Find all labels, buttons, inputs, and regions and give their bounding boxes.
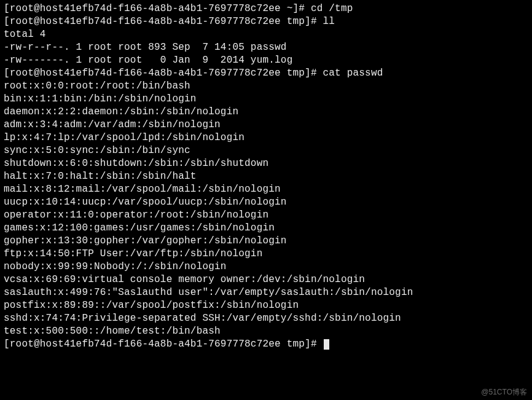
cursor-icon — [324, 339, 329, 350]
passwd-line: sync:x:5:0:sync:/sbin:/bin/sync — [4, 145, 190, 156]
passwd-line: root:x:0:0:root:/root:/bin/bash — [4, 80, 190, 92]
passwd-line: gopher:x:13:30:gopher:/var/gopher:/sbin/… — [4, 235, 287, 246]
watermark-text: @51CTO博客 — [481, 387, 527, 398]
passwd-line: lp:x:4:7:lp:/var/spool/lpd:/sbin/nologin — [4, 132, 244, 143]
typed-command: cat passwd — [323, 68, 383, 79]
passwd-line: daemon:x:2:2:daemon:/sbin:/sbin/nologin — [4, 106, 238, 117]
terminal-window[interactable]: [root@host41efb74d-f166-4a8b-a4b1-769777… — [0, 0, 532, 353]
output-line: total 4 — [4, 29, 46, 40]
passwd-line: nobody:x:99:99:Nobody:/:/sbin/nologin — [4, 261, 227, 272]
passwd-line: sshd:x:74:74:Privilege-separated SSH:/va… — [4, 313, 401, 324]
passwd-line: games:x:12:100:games:/usr/games:/sbin/no… — [4, 222, 275, 233]
passwd-line: bin:x:1:1:bin:/bin:/sbin/nologin — [4, 93, 197, 104]
file-listing-line: -rw-r--r--. 1 root root 893 Sep 7 14:05 … — [4, 42, 287, 53]
shell-prompt: [root@host41efb74d-f166-4a8b-a4b1-769777… — [4, 339, 323, 350]
passwd-line: uucp:x:10:14:uucp:/var/spool/uucp:/sbin/… — [4, 197, 287, 208]
shell-prompt: [root@host41efb74d-f166-4a8b-a4b1-769777… — [4, 68, 323, 79]
shell-prompt: [root@host41efb74d-f166-4a8b-a4b1-769777… — [4, 3, 311, 14]
passwd-line: shutdown:x:6:0:shutdown:/sbin:/sbin/shut… — [4, 158, 268, 169]
shell-prompt: [root@host41efb74d-f166-4a8b-a4b1-769777… — [4, 16, 323, 27]
passwd-line: operator:x:11:0:operator:/root:/sbin/nol… — [4, 210, 268, 221]
passwd-line: vcsa:x:69:69:virtual console memory owne… — [4, 274, 365, 285]
passwd-line: test:x:500:500::/home/test:/bin/bash — [4, 326, 221, 337]
passwd-line: adm:x:3:4:adm:/var/adm:/sbin/nologin — [4, 119, 221, 130]
passwd-line: ftp:x:14:50:FTP User:/var/ftp:/sbin/nolo… — [4, 248, 262, 259]
passwd-line: postfix:x:89:89::/var/spool/postfix:/sbi… — [4, 300, 299, 311]
typed-command: cd /tmp — [311, 3, 353, 14]
passwd-line: halt:x:7:0:halt:/sbin:/sbin/halt — [4, 171, 197, 182]
passwd-line: saslauth:x:499:76:"Saslauthd user":/var/… — [4, 287, 413, 298]
typed-command: ll — [323, 16, 335, 27]
file-listing-line: -rw-------. 1 root root 0 Jan 9 2014 yum… — [4, 55, 292, 66]
passwd-line: mail:x:8:12:mail:/var/spool/mail:/sbin/n… — [4, 184, 281, 195]
